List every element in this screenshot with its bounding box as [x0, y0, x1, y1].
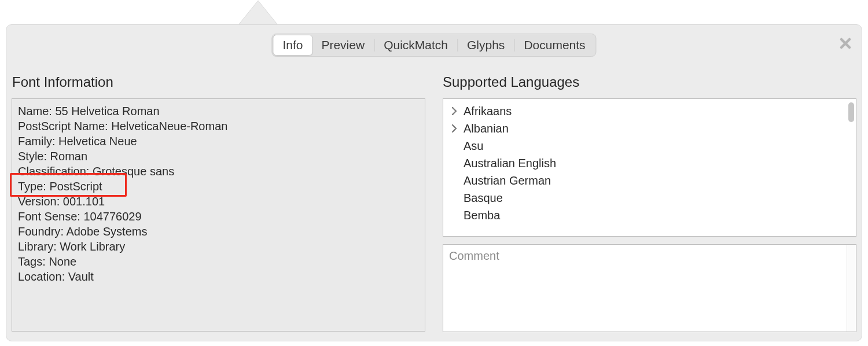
scrollbar-track	[847, 245, 856, 332]
list-item[interactable]: · Basque	[443, 189, 856, 207]
comment-input[interactable]	[443, 245, 856, 332]
panel-pointer	[238, 0, 278, 25]
list-item[interactable]: · Bemba	[443, 207, 856, 224]
info-row-version: Version: 001.101	[18, 194, 419, 209]
language-name: Asu	[459, 137, 483, 154]
tab-quickmatch[interactable]: QuickMatch	[374, 35, 457, 55]
detail-tabs: Info Preview QuickMatch Glyphs Documents	[271, 34, 596, 57]
tab-quickmatch-label: QuickMatch	[384, 38, 448, 52]
list-item[interactable]: Albanian	[443, 120, 856, 137]
list-item[interactable]: · Australian English	[443, 154, 856, 172]
list-item[interactable]: · Asu	[443, 137, 856, 154]
supported-languages-box: Afrikaans Albanian · Asu · Australian En…	[443, 98, 856, 237]
info-row-foundry: Foundry: Adobe Systems	[18, 224, 419, 239]
language-name: Basque	[459, 189, 503, 207]
tab-glyphs[interactable]: Glyphs	[458, 35, 514, 55]
language-name: Bemba	[459, 207, 500, 224]
info-row-name: Name: 55 Helvetica Roman	[18, 104, 419, 119]
info-row-type: Type: PostScript	[18, 179, 419, 194]
tab-preview-label: Preview	[321, 38, 365, 52]
font-information-heading: Font Information	[12, 74, 113, 90]
info-row-location: Location: Vault	[18, 269, 419, 284]
language-name: Australian English	[459, 154, 556, 172]
chevron-right-icon	[449, 124, 459, 132]
chevron-right-icon	[449, 107, 459, 115]
tab-glyphs-label: Glyphs	[467, 38, 505, 52]
info-row-family: Family: Helvetica Neue	[18, 134, 419, 149]
info-row-library: Library: Work Library	[18, 239, 419, 254]
tab-info[interactable]: Info	[273, 35, 312, 56]
tab-preview[interactable]: Preview	[312, 35, 374, 55]
comment-box	[443, 244, 856, 332]
info-row-style: Style: Roman	[18, 149, 419, 164]
close-button[interactable]	[839, 37, 852, 50]
supported-languages-heading: Supported Languages	[443, 74, 579, 90]
tab-documents-label: Documents	[524, 38, 585, 52]
language-name: Afrikaans	[459, 102, 512, 120]
tab-documents[interactable]: Documents	[514, 35, 594, 55]
info-row-classification: Classification: Grotesque sans	[18, 164, 419, 179]
tab-info-label: Info	[282, 38, 303, 52]
list-item[interactable]: Afrikaans	[443, 102, 856, 120]
list-item[interactable]: · Austrian German	[443, 172, 856, 189]
close-icon	[839, 37, 852, 50]
info-row-font-sense: Font Sense: 104776029	[18, 209, 419, 224]
language-name: Austrian German	[459, 172, 551, 189]
supported-languages-list[interactable]: Afrikaans Albanian · Asu · Australian En…	[443, 99, 856, 236]
scrollbar-thumb[interactable]	[848, 102, 854, 122]
language-name: Albanian	[459, 120, 509, 137]
font-information-box: Name: 55 Helvetica Roman PostScript Name…	[12, 98, 425, 332]
info-row-tags: Tags: None	[18, 254, 419, 269]
info-row-postscript-name: PostScript Name: HelveticaNeue-Roman	[18, 119, 419, 134]
